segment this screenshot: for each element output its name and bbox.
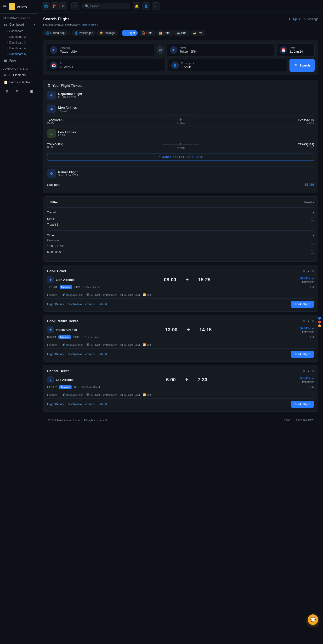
transit1-checkbox[interactable] [311,223,314,226]
card-link-1-1[interactable]: Reschedule [67,352,82,356]
subtotal-label: Sub Total [47,183,60,186]
minimize-icon-1[interactable]: ✕ [303,319,306,323]
page-header-links: ✈ Flights 🗒 Bookings [288,18,318,21]
sidebar-item-dashboard[interactable]: ⊡ Dashboard ▾ [0,21,38,28]
footer-purchase-link[interactable]: Purchase Now [296,418,313,422]
facility-label-text-2-0: Baggage 20kg [66,394,83,396]
to-date-field[interactable]: 📅 To 22 Jan'24 [47,59,166,72]
sidebar-subitem-dashboard2[interactable]: Dashboard 2 [0,34,38,40]
book-card-actions-0: ✕ ▴ ✕ [303,269,314,273]
tab-hotel[interactable]: 🏨 Hotel [156,30,173,36]
card-links-2: Flight DetailsReschedulePromosRefund [47,402,107,406]
card-link-1-2[interactable]: Promos [85,352,95,356]
sidebar-item-extra[interactable]: ⊞ [27,88,35,95]
expand-icon-1[interactable]: ▴ [308,319,309,323]
card-link-2-3[interactable]: Refund [98,402,107,406]
card-link-0-3[interactable]: Refund [98,302,107,306]
facility-label-text-0-3: Wifi [147,294,151,296]
expand-icon-2[interactable]: ▴ [308,369,309,373]
settings-icon-btn[interactable]: ⚙ [59,2,67,10]
filter-transit-header[interactable]: Transit ▴ [47,210,314,214]
fab-button[interactable]: 💬 [308,614,318,625]
sidebar-subitem-dashboard4[interactable]: Dashboard 4 [0,46,38,51]
flag-icon-btn[interactable]: 🚩 [51,2,59,10]
duration-direct-2: 1h 30m - Direct [82,386,100,388]
tab-package[interactable]: 📦 Package [97,30,118,36]
expand-icon-0[interactable]: ▴ [308,269,309,273]
card-link-0-1[interactable]: Reschedule [67,302,82,306]
sidebar-item-forms-tables[interactable]: 📋 Forms & Tables › [0,79,38,86]
return-seg-info: Return Flight Sun, 12 Jul 2024 [58,170,78,177]
minimize-icon-0[interactable]: ✕ [303,269,306,273]
sidebar-subitem-dashboard3[interactable]: Dashboard 3 [0,40,38,46]
footer-faq-link[interactable]: FAQ [284,418,290,422]
tab-bus[interactable]: 🚌 Bus [174,30,189,36]
direct-checkbox[interactable] [311,217,314,220]
sidebar-item-ui-elements[interactable]: ✏ UI Elements › [0,72,38,79]
time2-checkbox[interactable] [311,250,314,254]
minimize-icon-2[interactable]: ✕ [303,369,306,373]
lion-airlines-logo: ◆ [47,104,56,113]
filter-time-header[interactable]: Time ▴ [47,234,314,237]
card-link-0-2[interactable]: Promos [85,302,95,306]
card-link-1-3[interactable]: Refund [98,352,107,356]
card-link-2-1[interactable]: Reschedule [67,402,82,406]
explore-map-link[interactable]: Explore Map [81,24,96,26]
search-button[interactable]: 🔍 Search [289,59,315,72]
card-link-2-2[interactable]: Promos [85,402,95,406]
book-flight-btn-0[interactable]: Book Flight [291,301,314,308]
globe-icon-btn[interactable]: 🌐 [42,2,50,10]
arrival-label: Arrival [180,47,197,49]
filter-option-direct: Direct [47,216,314,222]
flight-times-2: 6:00 ✈ 7:30 [166,377,207,382]
more-icon-btn[interactable]: ⋯ [152,2,159,10]
book-flight-btn-1[interactable]: Book Flight [291,351,314,358]
close-icon-0[interactable]: ✕ [311,269,314,273]
facility-label-text-2-1: In-Flight Entertainment [91,394,117,396]
change-departure-flight-btn[interactable]: CHANGE DEPARTURE FLIGHT [47,154,314,161]
book-flight-btn-2[interactable]: Book Flight [291,401,314,408]
tab-train[interactable]: 🚂 Train [139,30,155,36]
plane-route-icon: ✈ [179,118,182,122]
swap-button[interactable]: ⇄ [157,46,164,54]
arrival-field[interactable]: ✈ Arrival Tokyo - JPN [167,44,274,56]
departure-field[interactable]: ✈ Departure Texas - USA [47,44,154,56]
card-link-2-0[interactable]: Flight Details [47,402,64,406]
card-link-1-0[interactable]: Flight Details [47,352,64,356]
to-time-1: 14:15 [199,327,212,332]
card-links-0: Flight DetailsReschedulePromosRefund [47,302,107,306]
sidebar-subitem-label: Dashboard 1 [9,30,26,33]
sidebar-item-apps[interactable]: ⊞ Apps › [0,57,38,64]
close-icon-2[interactable]: ✕ [311,369,314,373]
search-input[interactable] [90,4,126,8]
book-card-actions-1: ✕ ▴ ✕ [303,319,314,323]
transit1-label: Transit 1 [47,223,58,226]
user-icon-btn[interactable]: 👤 [142,2,150,10]
sidebar-item-settings[interactable]: ⚙ [3,88,11,95]
reset-filter-btn[interactable]: Reset ▾ [304,201,314,204]
passengers-field[interactable]: 👤 Passengers 1 Adult [168,59,287,72]
hamburger-icon[interactable]: ☰ [3,4,7,9]
sidebar-subitem-dashboard5[interactable]: Dashboard 5 [0,51,38,57]
time1-checkbox[interactable] [311,244,314,248]
tab-flight[interactable]: ✈ Flight [122,30,138,36]
card-link-0-0[interactable]: Flight Details [47,302,64,306]
bell-icon-btn[interactable]: 🔔 [133,2,140,10]
from-date-field[interactable]: 📅 From 21 Jan'24 [276,44,315,56]
facility-1-3: 📶 Wifi [143,343,151,346]
lion-route-line: ✈ 1h 40m [66,118,295,125]
time1-label: 13:00 - 15:00 [47,244,64,248]
sidebar-subitem-dashboard1[interactable]: Dashboard 1 [0,28,38,34]
tab-taxi[interactable]: 🚕 Taxi [190,30,205,36]
tab-round-trip[interactable]: 🌐 Round-Trip [43,30,68,36]
expand-icon-btn[interactable]: ⤢ [71,2,79,10]
sidebar-item-email[interactable]: ✉ [13,88,21,95]
filter-time-title: Time [47,234,54,237]
sidebar-subitem-label: Dashboard 4 [9,47,26,50]
sidebar-subitem-label: Dashboard 2 [9,35,26,38]
bookings-link[interactable]: 🗒 Bookings [303,18,318,21]
close-icon-1[interactable]: ✕ [311,319,314,323]
calendar-from-icon: 📅 [279,46,287,54]
flights-link[interactable]: ✈ Flights [288,18,300,21]
tab-passenger[interactable]: 👤 Passenger [72,30,96,36]
